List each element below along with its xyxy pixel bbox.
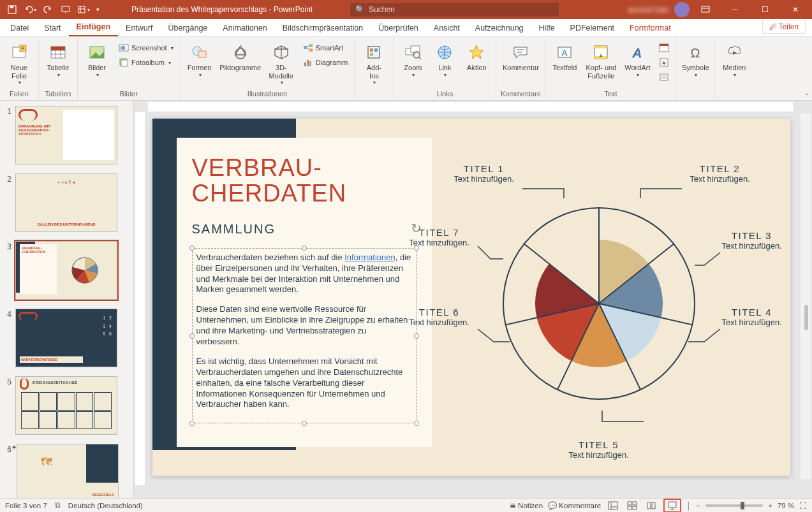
tab-datei[interactable]: Datei xyxy=(3,21,36,36)
thumbnail-1[interactable]: 1 ERFAHRUNG MIT PERSONENPRO-ZESSTOOLS xyxy=(3,106,131,165)
slide-subtitle[interactable]: SAMMLUNG ↻ xyxy=(192,222,417,237)
object-button[interactable] xyxy=(656,70,672,84)
wordart-button[interactable]: A WordArt▾ xyxy=(622,41,653,79)
chart-button[interactable]: Diagramm xyxy=(300,55,351,69)
smartart-diagram[interactable]: TITEL 1Text hinzufügen. TITEL 2Text hinz… xyxy=(420,163,778,444)
ribbon-display-options-button[interactable] xyxy=(691,0,720,19)
group-text: A Textfeld # Kopf- und Fußzeile A WordAr… xyxy=(545,37,676,100)
addins-button[interactable]: Add- Ins▾ xyxy=(358,41,389,87)
user-avatar[interactable] xyxy=(674,2,690,17)
textbox-button[interactable]: A Textfeld xyxy=(549,41,580,73)
start-from-beginning-button[interactable] xyxy=(57,1,74,18)
informationen-link[interactable]: Informationen xyxy=(344,252,395,262)
content-text-box[interactable]: VERBRAU-CHERDATEN SAMMLUNG ↻ Verb xyxy=(177,138,432,447)
zoom-button[interactable]: Zoom▾ xyxy=(397,41,428,79)
more-qat-button[interactable]: ▾ xyxy=(75,1,92,18)
svg-rect-27 xyxy=(374,48,378,52)
media-button[interactable]: Medien▾ xyxy=(719,41,749,79)
date-time-button[interactable] xyxy=(656,41,672,55)
photo-album-button[interactable]: Fotoalbum▾ xyxy=(116,55,176,69)
body-text[interactable]: Verbraucherdaten beziehen sich auf die I… xyxy=(196,252,412,411)
vertical-scrollbar[interactable] xyxy=(801,113,811,479)
diagram-label-2[interactable]: TITEL 2Text hinzufügen. xyxy=(682,163,758,184)
diagram-label-5[interactable]: TITEL 5Text hinzufügen. xyxy=(561,439,637,460)
slide-editor-area[interactable]: VERBRAU-CHERDATEN SAMMLUNG ↻ Verb xyxy=(134,101,812,498)
reading-view-button[interactable] xyxy=(644,500,658,511)
tab-formformat[interactable]: Formformat xyxy=(622,21,679,36)
save-button[interactable] xyxy=(4,1,20,18)
tab-pdfelement[interactable]: PDFelement xyxy=(563,21,622,36)
svg-rect-23 xyxy=(307,60,309,66)
selection-handle[interactable] xyxy=(189,245,195,251)
thumbnail-5[interactable]: 5 EREIGNISZEITACHSE xyxy=(3,376,131,435)
selection-handle[interactable] xyxy=(302,245,307,251)
tab-ueberpruefen[interactable]: Überprüfen xyxy=(371,21,426,36)
redo-button[interactable] xyxy=(40,1,56,18)
search-box[interactable]: 🔍 Suchen xyxy=(350,2,560,17)
thumbnail-2[interactable]: 2 SÄULEN DES UNTERNEHMENS ✦ ☀ ☢ ⌛ ✺ xyxy=(3,173,131,232)
table-button[interactable]: Tabelle▾ xyxy=(43,41,73,79)
minimize-button[interactable]: ─ xyxy=(721,0,749,19)
group-bilder: Bilder▾ Screenshot▾ Fotoalbum▾ Bilder xyxy=(78,37,181,100)
tab-uebergaenge[interactable]: Übergänge xyxy=(160,21,215,36)
new-slide-button[interactable]: ✦ Neue Folie▾ xyxy=(4,41,34,87)
diagram-label-4[interactable]: TITEL 4Text hinzufügen. xyxy=(714,307,790,327)
thumbnail-3[interactable]: 3 VERBRAU-CHERDATEN xyxy=(3,241,131,300)
collapse-ribbon-button[interactable]: ⌃ xyxy=(804,92,809,99)
slideshow-view-button[interactable] xyxy=(663,499,681,513)
language-indicator[interactable]: Deutsch (Deutschland) xyxy=(68,502,143,509)
diagram-label-1[interactable]: TITEL 1Text hinzufügen. xyxy=(446,163,522,184)
comment-button[interactable]: Kommentar xyxy=(500,41,541,73)
slide-title[interactable]: VERBRAU-CHERDATEN xyxy=(192,156,417,207)
slide-number-button[interactable]: # xyxy=(656,55,672,69)
selection-handle[interactable] xyxy=(302,421,307,426)
selection-handle[interactable] xyxy=(414,421,419,426)
tab-hilfe[interactable]: Hilfe xyxy=(531,21,563,36)
undo-button[interactable]: ▾ xyxy=(22,1,38,18)
maximize-button[interactable]: ☐ xyxy=(751,0,779,19)
tab-ansicht[interactable]: Ansicht xyxy=(426,21,468,36)
current-slide[interactable]: VERBRAU-CHERDATEN SAMMLUNG ↻ Verb xyxy=(152,119,790,476)
symbols-button[interactable]: Ω Symbole▾ xyxy=(680,41,711,79)
body-text-frame[interactable]: Verbraucherdaten beziehen sich auf die I… xyxy=(192,248,417,424)
customize-qat-button[interactable]: ▾ xyxy=(93,1,102,18)
accessibility-icon[interactable]: ⧉ xyxy=(55,501,61,509)
tab-start[interactable]: Start xyxy=(36,21,68,36)
3d-models-button[interactable]: 3D- Modelle▾ xyxy=(266,41,297,87)
zoom-slider[interactable] xyxy=(705,504,763,507)
shapes-button[interactable]: Formen▾ xyxy=(184,41,215,79)
selection-handle[interactable] xyxy=(414,333,419,339)
notes-button[interactable]: ≣ Notizen xyxy=(510,501,543,510)
action-button[interactable]: Aktion xyxy=(461,41,492,73)
normal-view-button[interactable] xyxy=(606,500,620,511)
fit-window-button[interactable]: ⛶ xyxy=(799,502,807,509)
icons-button[interactable]: Piktogramme xyxy=(219,41,262,73)
screenshot-button[interactable]: Screenshot▾ xyxy=(116,41,176,55)
pictures-button[interactable]: Bilder▾ xyxy=(82,41,112,79)
header-footer-button[interactable]: # Kopf- und Fußzeile xyxy=(584,41,618,81)
svg-rect-21 xyxy=(309,48,313,52)
tab-aufzeichnung[interactable]: Aufzeichnung xyxy=(468,21,531,36)
selection-handle[interactable] xyxy=(189,333,195,339)
tab-animationen[interactable]: Animationen xyxy=(215,21,275,36)
tab-entwurf[interactable]: Entwurf xyxy=(118,21,160,36)
zoom-level[interactable]: 79 % xyxy=(778,502,794,509)
smartart-button[interactable]: SmartArt xyxy=(300,41,351,55)
share-button[interactable]: 🖊 Teilen xyxy=(762,20,806,34)
diagram-label-6[interactable]: TITEL 6Text hinzufügen. xyxy=(401,307,478,327)
link-button[interactable]: Link▾ xyxy=(432,41,457,79)
diagram-label-3[interactable]: TITEL 3Text hinzufügen. xyxy=(714,230,790,251)
slide-counter[interactable]: Folie 3 von 7 xyxy=(5,502,47,509)
zoom-out-button[interactable]: − xyxy=(696,502,700,509)
zoom-in-button[interactable]: + xyxy=(768,502,772,509)
thumbnail-4[interactable]: 4 MARKTERKENNTNISSE 1 23 45 6 xyxy=(3,309,131,367)
selection-handle[interactable] xyxy=(189,421,195,426)
thumbnail-6[interactable]: 6 ✦ REISEZIELE 🗺 xyxy=(3,444,131,498)
close-button[interactable]: ✕ xyxy=(781,0,809,19)
diagram-label-7[interactable]: TITEL 7Text hinzufügen. xyxy=(401,227,478,247)
slide-sorter-view-button[interactable] xyxy=(625,500,639,511)
tab-bildschirmpraesentation[interactable]: Bildschirmpräsentation xyxy=(275,21,371,36)
slide-thumbnails-panel[interactable]: 1 ERFAHRUNG MIT PERSONENPRO-ZESSTOOLS 2 … xyxy=(0,101,134,498)
tab-einfuegen[interactable]: Einfügen xyxy=(69,20,118,36)
comments-button[interactable]: 💬 Kommentare xyxy=(548,501,601,510)
